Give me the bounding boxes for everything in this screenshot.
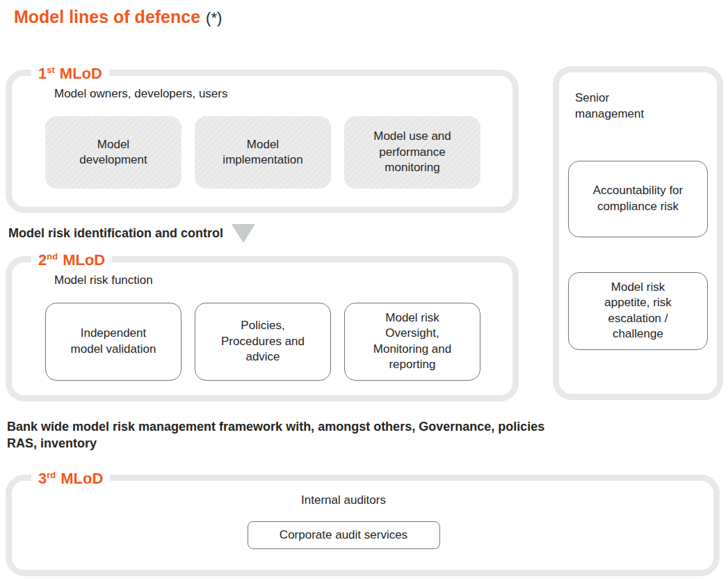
mlod2-box: 2ndMLoD Model risk function Independent … [6, 256, 519, 402]
mlod1-item-model-implementation: Model implementation [195, 116, 331, 189]
mlod1-subtitle: Model owners, developers, users [54, 87, 480, 101]
mlod3-word: MLoD [60, 470, 103, 487]
senior-management-panel: Senior management Accountability for com… [553, 66, 723, 400]
mlod3-subtitle: Internal auditors [301, 493, 386, 507]
mlod2-ordinal: 2 [38, 251, 47, 269]
side-item-model-risk-appetite: Model risk appetite, risk escalation / c… [568, 272, 708, 350]
mlod3-ordinal-suffix: rd [47, 470, 56, 480]
mlod3-item-corporate-audit-services: Corporate audit services [248, 521, 440, 549]
mlod1-box: 1stMLoD Model owners, developers, users … [6, 70, 519, 213]
page-title-note: (*) [206, 9, 222, 26]
mlod2-item-row: Independent model validation Policies, P… [45, 303, 480, 381]
side-item-accountability-compliance: Accountability for compliance risk [568, 161, 708, 237]
mlod2-label: 2ndMLoD [31, 247, 112, 269]
mlod1-ordinal: 1 [38, 65, 47, 82]
senior-management-title: Senior management [575, 90, 665, 122]
mlod2-ordinal-suffix: nd [47, 251, 58, 262]
mlod2-subtitle: Model risk function [54, 273, 480, 287]
mlod3-label: 3rdMLoD [31, 466, 110, 488]
mlod1-word: MLoD [60, 65, 102, 82]
framework-statement: Bank wide model risk management framewor… [7, 418, 556, 452]
mlod2-item-independent-validation: Independent model validation [45, 303, 181, 381]
mlod1-ordinal-suffix: st [47, 65, 55, 75]
page-title-main: Model lines of defence [14, 7, 200, 26]
page-title: Model lines of defence(*) [14, 7, 222, 27]
mlod3-box: 3rdMLoD Internal auditors Corporate audi… [6, 475, 720, 576]
mlod1-item-row: Model development Model implementation M… [45, 116, 480, 189]
mlod1-item-model-development: Model development [45, 116, 181, 189]
mlod2-item-oversight-monitoring: Model risk Oversight, Monitoring and rep… [344, 303, 480, 381]
model-risk-identification-text: Model risk identification and control [8, 226, 223, 240]
mlod2-item-policies-procedures: Policies, Procedures and advice [195, 303, 331, 381]
down-triangle-icon [232, 224, 255, 243]
mlod2-word: MLoD [63, 251, 105, 269]
model-risk-identification-heading: Model risk identification and control [8, 224, 255, 243]
mlod3-ordinal: 3 [38, 470, 47, 487]
mlod1-label: 1stMLoD [31, 61, 109, 83]
mlod1-item-model-use-monitoring: Model use and performance monitoring [344, 116, 480, 189]
